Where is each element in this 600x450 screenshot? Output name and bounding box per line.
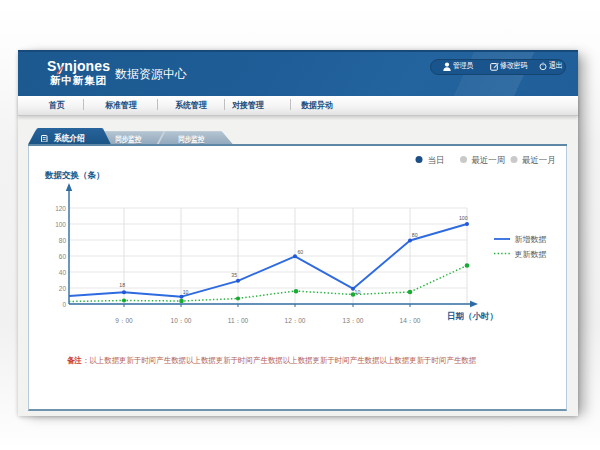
svg-text:60: 60 (59, 253, 67, 260)
svg-text:新增数据: 新增数据 (515, 235, 547, 244)
svg-text:10: 10 (355, 289, 361, 295)
svg-text:14：00: 14：00 (400, 317, 421, 324)
svg-text:10：00: 10：00 (171, 317, 192, 324)
svg-text:13：00: 13：00 (343, 317, 364, 324)
svg-text:40: 40 (59, 269, 67, 276)
svg-text:80: 80 (59, 237, 67, 244)
svg-text:20: 20 (59, 285, 67, 292)
svg-text:0: 0 (62, 301, 66, 308)
svg-text:12：00: 12：00 (285, 317, 306, 324)
svg-text:9：00: 9：00 (115, 317, 133, 324)
svg-text:60: 60 (297, 249, 303, 255)
svg-text:120: 120 (55, 205, 66, 212)
svg-text:100: 100 (459, 215, 468, 221)
svg-text:最近一周: 最近一周 (472, 155, 506, 165)
svg-text:最近一月: 最近一月 (522, 155, 556, 165)
svg-text:数据交换（条）: 数据交换（条） (44, 170, 105, 180)
svg-text:100: 100 (55, 221, 66, 228)
svg-text:11：00: 11：00 (228, 317, 249, 324)
svg-text:更新数据: 更新数据 (515, 250, 547, 259)
svg-text:80: 80 (412, 232, 418, 238)
svg-text:10: 10 (183, 289, 189, 295)
svg-text:35: 35 (231, 272, 237, 278)
svg-text:当日: 当日 (428, 155, 445, 165)
svg-text:日期（小时）: 日期（小时） (447, 311, 498, 321)
svg-text:18: 18 (119, 282, 125, 288)
